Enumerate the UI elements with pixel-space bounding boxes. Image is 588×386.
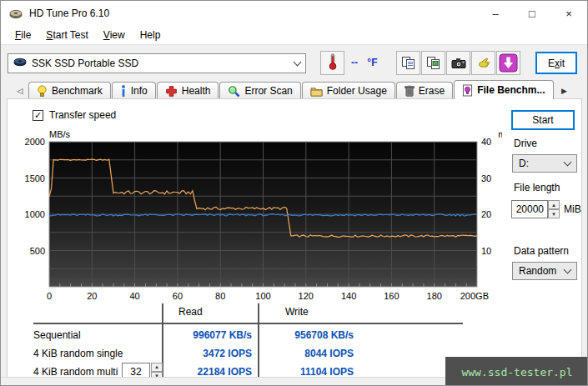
device-selector-value: SSK SSD Portable SSD — [32, 58, 294, 69]
thermometer-icon — [328, 53, 338, 73]
result-row-label: Sequential — [33, 329, 81, 341]
temperature-value: -- — [351, 57, 358, 68]
svg-text:1500: 1500 — [25, 173, 45, 183]
menu-view[interactable]: View — [96, 28, 133, 43]
save-results-button[interactable] — [496, 51, 520, 75]
title-bar: HD Tune Pro 6.10 –□× — [1, 1, 587, 26]
header-divider — [33, 323, 463, 324]
watermark: www.ssd-tester.pl — [445, 357, 588, 386]
download-icon — [499, 53, 518, 73]
transfer-speed-checkbox[interactable]: ✓ — [33, 110, 43, 121]
svg-text:ms: ms — [498, 129, 502, 139]
start-button[interactable]: Start — [511, 110, 575, 130]
info-icon — [120, 85, 127, 97]
svg-text:500: 500 — [30, 246, 45, 256]
copy-image-button[interactable] — [421, 51, 445, 75]
svg-text:180: 180 — [427, 291, 442, 301]
svg-text:40: 40 — [129, 291, 139, 301]
exit-button[interactable]: Exit — [535, 52, 577, 74]
drive-label: Drive — [514, 138, 537, 149]
device-selector[interactable]: SSK SSD Portable SSD — [8, 53, 306, 73]
hd-tune-window: HD Tune Pro 6.10 –□× FileStart TestViewH… — [0, 0, 588, 386]
maximize-button[interactable]: □ — [514, 1, 550, 26]
app-disk-icon — [9, 8, 23, 19]
copy-icon — [401, 56, 415, 70]
file-length-label: File length — [514, 182, 560, 193]
data-pattern-value: Random — [519, 265, 565, 277]
tab-scroll-left[interactable]: ◁ — [13, 83, 28, 98]
menu-file[interactable]: File — [8, 28, 38, 43]
window-controls: –□× — [477, 1, 587, 26]
data-pattern-select[interactable]: Random — [512, 262, 577, 280]
svg-text:80: 80 — [215, 291, 225, 301]
tab-label: Folder Usage — [327, 85, 387, 97]
drive-select-value: D: — [519, 158, 565, 169]
window-title: HD Tune Pro 6.10 — [29, 8, 109, 19]
stepper-up-button[interactable]: ▲ — [548, 200, 560, 209]
read-value: 3472 IOPS — [160, 348, 252, 359]
temperature-button[interactable] — [320, 51, 344, 75]
svg-text:120: 120 — [299, 291, 314, 301]
hand-icon — [477, 57, 490, 70]
tab-health[interactable]: Health — [157, 82, 219, 99]
data-pattern-label: Data pattern — [514, 245, 569, 257]
menu-help[interactable]: Help — [133, 28, 168, 43]
stepper-down-button[interactable]: ▼ — [548, 209, 560, 218]
tab-benchmark[interactable]: Benchmark — [28, 82, 111, 99]
drive-select[interactable]: D: — [512, 154, 577, 173]
tab-error-scan[interactable]: Error Scan — [219, 82, 300, 99]
tab-file-benchm[interactable]: File Benchm... — [454, 80, 553, 99]
svg-text:100: 100 — [255, 291, 270, 301]
svg-text:0: 0 — [47, 291, 52, 301]
trash-icon — [405, 85, 415, 97]
screenshot-button[interactable] — [446, 51, 470, 75]
svg-text:40: 40 — [481, 137, 491, 147]
tab-label: Erase — [419, 85, 445, 97]
write-value: 8044 IOPS — [262, 348, 354, 359]
svg-text:30: 30 — [481, 173, 491, 183]
file-length-unit: MiB — [564, 203, 581, 215]
health-cross-icon — [165, 85, 178, 98]
temperature-unit: °F — [367, 57, 377, 68]
tab-label: Health — [182, 85, 211, 97]
tab-folder-usage[interactable]: Folder Usage — [302, 82, 395, 99]
camera-icon — [451, 58, 466, 69]
watermark-text: www.ssd-tester.pl — [461, 366, 572, 378]
menu-start-test[interactable]: Start Test — [38, 28, 95, 43]
copy-text-button[interactable] — [396, 51, 420, 75]
close-button[interactable]: × — [550, 1, 587, 26]
minimize-button[interactable]: – — [477, 1, 514, 26]
svg-text:10: 10 — [481, 246, 491, 256]
tab-scroll-right[interactable]: ▶ — [557, 83, 572, 98]
svg-text:1000: 1000 — [25, 209, 45, 219]
lightbulb-icon — [37, 85, 48, 98]
tab-label: Error Scan — [244, 85, 292, 97]
svg-text:20: 20 — [87, 291, 97, 301]
svg-text:60: 60 — [173, 291, 183, 301]
file-length-stepper: ▲ ▼ — [548, 200, 560, 218]
file-benchmark-panel: ✓ Transfer speed MB/sms20001500100050040… — [7, 98, 582, 378]
file-length-value: 20000 — [516, 203, 544, 215]
folder-icon — [310, 86, 323, 97]
tab-erase[interactable]: Erase — [396, 82, 453, 99]
toolbar-buttons — [396, 51, 520, 75]
svg-text:MB/s: MB/s — [49, 129, 71, 139]
file-benchmark-icon — [462, 84, 473, 97]
menu-bar: FileStart TestViewHelp — [1, 26, 587, 44]
chevron-down-icon — [564, 158, 572, 166]
file-length-input[interactable]: 20000 — [511, 200, 548, 218]
tab-info[interactable]: Info — [112, 82, 156, 99]
result-row-label: 4 KiB random multi — [33, 366, 118, 378]
svg-text:2000: 2000 — [25, 137, 45, 147]
result-row-label: 4 KiB random single — [33, 348, 123, 359]
chevron-down-icon — [294, 58, 302, 66]
svg-text:200GB: 200GB — [460, 291, 489, 301]
svg-text:160: 160 — [384, 291, 399, 301]
svg-text:140: 140 — [341, 291, 356, 301]
svg-text:20: 20 — [481, 209, 491, 219]
donate-button[interactable] — [471, 51, 495, 75]
read-value: 996077 KB/s — [160, 329, 252, 341]
tab-label: Info — [131, 85, 148, 97]
copy-image-icon — [426, 56, 440, 70]
write-value: 11104 IOPS — [262, 366, 354, 378]
